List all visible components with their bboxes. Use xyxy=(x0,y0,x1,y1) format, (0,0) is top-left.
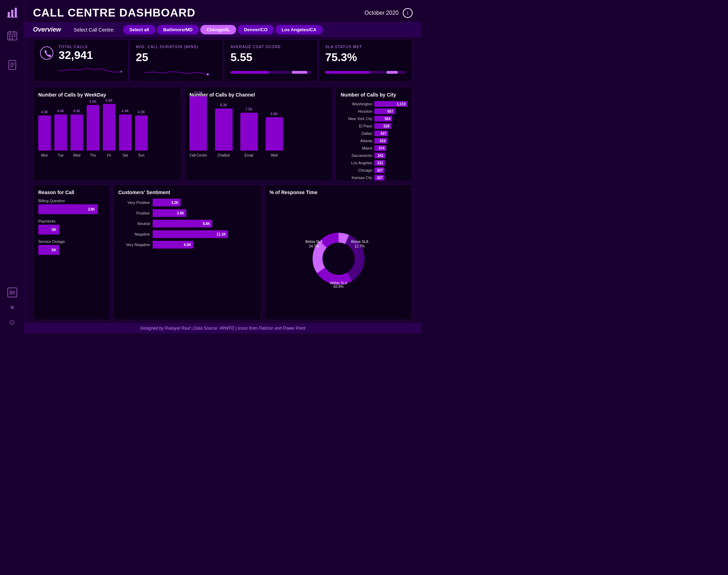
svg-rect-1 xyxy=(11,10,13,17)
svg-rect-3 xyxy=(7,17,18,18)
csat-bar-2 xyxy=(292,71,307,74)
kpi-total-calls-text: TOTAL CALLS 32,941 xyxy=(59,45,122,74)
city-atlanta: Atlanta 416 xyxy=(341,138,407,144)
svg-point-19 xyxy=(207,73,209,75)
svg-rect-9 xyxy=(12,35,13,37)
kpi-total-calls-value: 32,941 xyxy=(59,49,122,62)
phone-icon xyxy=(40,45,54,63)
city-washington: Washington 1,110 xyxy=(341,101,407,107)
select-call-centre-label: Select Call Centre: xyxy=(74,27,115,33)
header-date: October 2020 xyxy=(365,10,399,16)
kpi-csat: AVERAGE CSAT SCORE 5.55 xyxy=(224,39,318,82)
svg-rect-14 xyxy=(10,63,14,64)
page-title: CALL CENTRE DASHBOARD xyxy=(33,6,195,19)
twitter-icon[interactable]: ✕ xyxy=(10,304,14,311)
bar-thu: 5.5K Thu xyxy=(87,100,99,157)
main-content: CALL CENTRE DASHBOARD October 2020 i Ove… xyxy=(25,0,421,333)
github-icon[interactable]: ⊙ xyxy=(9,318,15,326)
header-right: October 2020 i xyxy=(365,8,413,18)
sentiment-neutral: Neutral 8.8K xyxy=(118,220,256,227)
donut-area: Above SLA 12.7% Within SLA 62.6% Below S… xyxy=(269,199,407,315)
btn-la[interactable]: Los Angeles/CA xyxy=(275,25,323,34)
bar-sat: 4.4K Sat xyxy=(119,109,132,157)
document-icon[interactable] xyxy=(8,60,16,72)
nav-bar: Overview Select Call Centre: Select all … xyxy=(25,22,421,37)
channel-chart: Number of Calls by Channel 10.6K Call-Ce… xyxy=(184,87,333,181)
sentiment-very-positive: Very Positive 3.2K xyxy=(118,199,256,206)
channel-chart-title: Number of Calls by Channel xyxy=(189,92,327,98)
kpi-total-calls-label: TOTAL CALLS xyxy=(59,45,122,49)
city-chicago: Chicago 327 xyxy=(341,167,407,173)
svg-rect-2 xyxy=(15,8,17,17)
btn-baltimore[interactable]: Baltimore/MD xyxy=(157,25,199,34)
svg-rect-0 xyxy=(8,12,10,17)
info-button[interactable]: i xyxy=(403,8,413,18)
city-nyc: New York City 564 xyxy=(341,116,407,121)
svg-text:Below SLA: Below SLA xyxy=(305,240,322,244)
svg-rect-7 xyxy=(14,31,15,33)
svg-rect-8 xyxy=(9,35,11,37)
sentiment-very-negative: Very Negative 6.0K xyxy=(118,241,256,249)
kpi-sla-label: SLA STATUS MET xyxy=(325,45,406,49)
city-sacramento: Sacramento 341 xyxy=(341,153,407,158)
bar-fri: 5.6K Fri xyxy=(103,99,115,157)
donut-svg: Above SLA 12.7% Within SLA 62.6% Below S… xyxy=(303,225,374,289)
svg-point-18 xyxy=(121,71,122,73)
bottom-row: Reason for Call Billing Question 23K Pay… xyxy=(25,184,421,323)
reason-chart: Reason for Call Billing Question 23K Pay… xyxy=(33,184,110,320)
sla-bar-2 xyxy=(386,71,398,74)
kpi-total-calls: TOTAL CALLS 32,941 xyxy=(33,39,128,82)
sla-bar-1 xyxy=(325,71,370,74)
city-miami: Miami 374 xyxy=(341,145,407,151)
btn-denver[interactable]: Denver/CO xyxy=(238,25,274,34)
kpi-avg-duration: AVG. CALL DURATION (Mins) 25 xyxy=(129,39,223,82)
svg-rect-5 xyxy=(8,34,17,34)
svg-text:12.7%: 12.7% xyxy=(354,244,364,248)
bar-email: 7.5K Email xyxy=(240,107,258,157)
chart-icon[interactable] xyxy=(7,7,18,20)
city-elpaso: El Paso 528 xyxy=(341,123,407,129)
overview-label: Overview xyxy=(33,26,61,33)
bar-chatbot: 8.3K Chatbot xyxy=(215,103,233,157)
charts-row: Number of Calls by WeekDay 4.3K Mon 4.4K… xyxy=(25,84,421,184)
csat-bar-1 xyxy=(231,71,269,74)
city-kansascity: Kansas City 327 xyxy=(341,175,407,180)
bar-wed: 4.4K Wed xyxy=(71,109,83,157)
channel-bars: 10.6K Call-Center 8.3K Chatbot 7.5K Emai… xyxy=(189,101,327,157)
weekday-chart: Number of Calls by WeekDay 4.3K Mon 4.4K… xyxy=(33,87,181,181)
footer-text: Designed by Rukayat Rauf | Data Source: … xyxy=(140,326,306,331)
kpi-duration-label: AVG. CALL DURATION (Mins) xyxy=(136,45,216,49)
reason-service: Service Outage 5K xyxy=(38,239,105,255)
linkedin-icon[interactable]: in xyxy=(7,288,17,297)
sentiment-chart: Customers' Sentiment Very Positive 3.2K … xyxy=(113,184,261,320)
duration-sparkline xyxy=(136,67,216,78)
city-chart: Number of Calls by City Washington 1,110… xyxy=(335,87,413,181)
footer: Designed by Rukayat Rauf | Data Source: … xyxy=(25,323,421,333)
kpi-sla-value: 75.3% xyxy=(325,51,406,64)
svg-text:Above SLA: Above SLA xyxy=(350,240,368,244)
donut-chart-title: % of Response Time xyxy=(269,190,407,195)
sentiment-negative: Negative 11.1K xyxy=(118,230,256,238)
svg-point-23 xyxy=(325,245,353,273)
city-houston: Houston 657 xyxy=(341,108,407,114)
total-calls-sparkline xyxy=(59,63,122,74)
city-la: Los Angeles 331 xyxy=(341,160,407,166)
svg-rect-16 xyxy=(10,66,13,67)
kpi-duration-value: 25 xyxy=(136,51,216,64)
header: CALL CENTRE DASHBOARD October 2020 i xyxy=(25,0,421,22)
btn-select-all[interactable]: Select all xyxy=(123,25,155,34)
donut-chart: % of Response Time Above SLA 12.7% xyxy=(264,184,413,320)
bar-mon: 4.3K Mon xyxy=(38,110,51,157)
reason-payments: Payments 5K xyxy=(38,219,105,234)
svg-point-17 xyxy=(40,47,53,59)
call-centre-buttons: Select all Baltimore/MD Chicago/IL Denve… xyxy=(123,25,323,34)
weekday-chart-title: Number of Calls by WeekDay xyxy=(38,92,176,98)
bar-web: 6.6K Web xyxy=(266,112,283,157)
svg-text:62.6%: 62.6% xyxy=(333,285,343,289)
calendar-icon[interactable] xyxy=(7,31,17,42)
btn-chicago[interactable]: Chicago/IL xyxy=(200,25,236,34)
bar-tue: 4.4K Tue xyxy=(54,109,67,157)
kpi-csat-value: 5.55 xyxy=(231,51,311,64)
svg-text:24.7%: 24.7% xyxy=(309,244,319,248)
kpi-sla: SLA STATUS MET 75.3% xyxy=(319,39,413,82)
